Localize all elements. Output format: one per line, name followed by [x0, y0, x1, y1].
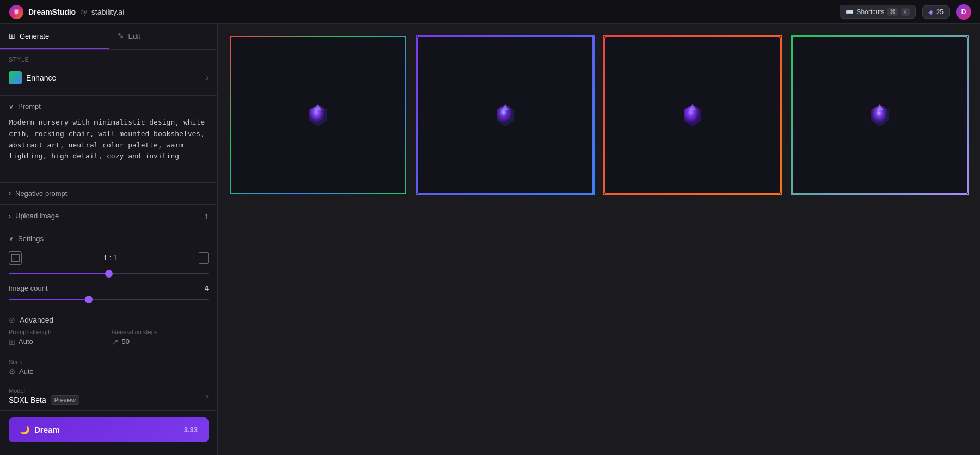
- dreamstudio-logo-icon: [9, 4, 24, 20]
- image-count-label: Image count: [9, 284, 48, 292]
- negative-prompt-section: › Negative prompt: [0, 183, 217, 205]
- edit-icon: ✎: [118, 32, 124, 40]
- seed-section: Seed ⚙ Auto: [0, 353, 217, 382]
- tab-generate-label: Generate: [20, 32, 49, 40]
- aspect-ratio-row[interactable]: 1 : 1: [9, 247, 209, 269]
- aspect-ratio-label: 1 : 1: [103, 254, 117, 262]
- header-left: DreamStudio by stability.ai: [9, 4, 124, 20]
- prompt-textarea[interactable]: Modern nursery with minimalistic design,…: [9, 117, 209, 180]
- advanced-ban-icon: ⊘: [9, 316, 15, 324]
- credits-icon: ◈: [928, 8, 933, 16]
- aspect-ratio-portrait-icon: [199, 252, 209, 264]
- image-count-slider-thumb[interactable]: [85, 296, 93, 303]
- tab-edit[interactable]: ✎ Edit: [109, 24, 218, 49]
- model-name: SDXL Beta: [9, 396, 46, 404]
- prompt-strength-label: Prompt strength: [9, 329, 106, 335]
- seed-icon: ⚙: [9, 367, 16, 376]
- keyboard-icon: ⌨️: [846, 8, 854, 16]
- upload-chevron-icon: ›: [9, 212, 11, 220]
- style-row[interactable]: Enhance ›: [9, 67, 209, 89]
- aspect-ratio-slider-fill: [9, 273, 109, 274]
- neg-prompt-chevron-icon: ›: [9, 189, 11, 197]
- upload-row[interactable]: › Upload image ↑: [9, 205, 209, 228]
- prompt-strength-value: ⊞ Auto: [9, 337, 106, 346]
- image-count-slider[interactable]: [9, 299, 209, 300]
- aspect-ratio-slider[interactable]: [9, 273, 209, 274]
- image-count-row: Image count 4: [9, 279, 209, 294]
- upload-arrow-icon: ↑: [204, 211, 209, 221]
- shortcuts-label: Shortcuts: [857, 8, 885, 16]
- settings-header[interactable]: ∨ Settings: [9, 228, 209, 247]
- model-name-row: SDXL Beta Preview: [9, 395, 79, 405]
- generation-steps-value: ↗ 50: [112, 337, 209, 346]
- tab-generate[interactable]: ⊞ Generate: [0, 24, 109, 49]
- upload-section: › Upload image ↑: [0, 205, 217, 228]
- seed-label: Seed: [9, 359, 209, 365]
- app-name: DreamStudio: [28, 8, 76, 16]
- settings-section: ∨ Settings 1 : 1 Image count: [0, 228, 217, 309]
- style-chevron-icon: ›: [206, 73, 209, 83]
- dream-moon-icon: 🌙: [20, 425, 30, 435]
- prompt-section: ∨ Prompt Modern nursery with minimalisti…: [0, 96, 217, 183]
- upload-label: Upload image: [15, 212, 59, 220]
- model-row[interactable]: Model SDXL Beta Preview ›: [9, 382, 209, 410]
- advanced-header[interactable]: ⊘ Advanced: [9, 309, 209, 329]
- prompt-strength-field: Prompt strength ⊞ Auto: [9, 329, 106, 346]
- dream-button-cost: 3.33: [184, 426, 198, 434]
- negative-prompt-header[interactable]: › Negative prompt: [9, 183, 209, 204]
- tab-bar: ⊞ Generate ✎ Edit: [0, 24, 217, 50]
- style-name: Enhance: [26, 73, 56, 82]
- image-count-slider-fill: [9, 299, 89, 300]
- upload-left: › Upload image: [9, 212, 59, 220]
- credits-value: 25: [936, 8, 944, 16]
- advanced-section: ⊘ Advanced Prompt strength ⊞ Auto Genera…: [0, 309, 217, 353]
- aspect-ratio-slider-thumb[interactable]: [105, 270, 113, 278]
- enhance-icon: [9, 71, 22, 84]
- settings-label: Settings: [18, 235, 44, 243]
- settings-chevron-icon: ∨: [9, 235, 14, 242]
- advanced-label: Advanced: [20, 316, 53, 324]
- model-left: Model SDXL Beta Preview: [9, 388, 79, 405]
- preview-badge: Preview: [51, 395, 79, 405]
- image-card-1[interactable]: [229, 35, 407, 195]
- style-left: Enhance: [9, 71, 56, 84]
- seed-value: ⚙ Auto: [9, 367, 209, 376]
- header: DreamStudio by stability.ai ⌨️ Shortcuts…: [0, 0, 980, 24]
- kbd2: K: [901, 8, 909, 16]
- prompt-header[interactable]: ∨ Prompt: [9, 96, 209, 117]
- model-label: Model: [9, 388, 79, 394]
- generation-steps-icon: ↗: [112, 337, 119, 346]
- model-section: Model SDXL Beta Preview ›: [0, 382, 217, 411]
- image-count-value: 4: [205, 284, 209, 292]
- prompt-header-label: Prompt: [18, 102, 41, 110]
- dream-button[interactable]: 🌙 Dream 3.33: [9, 417, 209, 442]
- shortcuts-button[interactable]: ⌨️ Shortcuts ⌘ K: [840, 5, 916, 19]
- negative-prompt-label: Negative prompt: [15, 189, 67, 198]
- aspect-ratio-square-icon: [9, 251, 22, 265]
- style-section-label: Style: [9, 56, 209, 63]
- image-card-2[interactable]: [416, 35, 595, 195]
- seed-text: Auto: [19, 367, 34, 376]
- prompt-chevron-icon: ∨: [9, 103, 14, 110]
- model-chevron-icon: ›: [206, 391, 209, 401]
- generation-steps-field: Generation steps ↗ 50: [112, 329, 209, 346]
- svg-rect-1: [11, 254, 19, 262]
- image-card-4[interactable]: [791, 35, 969, 195]
- dream-button-left: 🌙 Dream: [20, 425, 60, 435]
- main-layout: ⊞ Generate ✎ Edit Style Enhance › ∨: [0, 24, 980, 455]
- advanced-grid: Prompt strength ⊞ Auto Generation steps …: [9, 329, 209, 353]
- seed-row: Seed ⚙ Auto: [9, 353, 209, 382]
- generation-steps-text: 50: [122, 337, 130, 346]
- header-right: ⌨️ Shortcuts ⌘ K ◈ 25 D: [840, 4, 971, 20]
- by-text: by: [80, 8, 87, 16]
- generation-steps-label: Generation steps: [112, 329, 209, 335]
- image-card-3[interactable]: [603, 35, 782, 195]
- user-avatar[interactable]: D: [956, 4, 971, 20]
- stability-logo: stability.ai: [91, 8, 124, 16]
- tab-edit-label: Edit: [128, 32, 140, 40]
- credits-badge: ◈ 25: [922, 5, 950, 19]
- generate-icon: ⊞: [9, 32, 15, 40]
- avatar-initials: D: [961, 8, 966, 16]
- style-section: Style Enhance ›: [0, 50, 217, 96]
- prompt-strength-icon: ⊞: [9, 337, 15, 346]
